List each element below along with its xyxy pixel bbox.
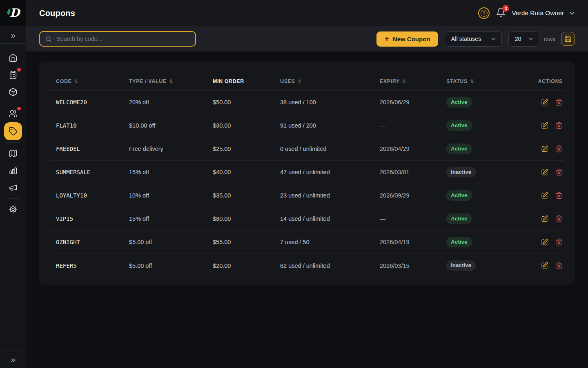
edit-coupon-button[interactable] xyxy=(541,99,548,106)
sort-icon: ⇅ xyxy=(169,79,174,84)
delete-coupon-button[interactable] xyxy=(555,122,563,129)
delete-coupon-button[interactable] xyxy=(555,262,563,269)
actions-cell xyxy=(535,99,564,106)
search-box xyxy=(39,31,196,47)
edit-coupon-button[interactable] xyxy=(541,238,548,246)
search-icon xyxy=(45,36,52,43)
sidebar-item-home[interactable] xyxy=(4,49,22,66)
delete-coupon-button[interactable] xyxy=(555,238,563,246)
uses-cell: 38 used / 100 xyxy=(280,99,380,105)
coupon-code-cell: REFER5 xyxy=(50,263,129,269)
table-row: FLAT10 $10.00 off $30.00 91 used / 200 —… xyxy=(50,114,564,137)
sidebar-item-menu[interactable] xyxy=(4,145,22,162)
settings-gear-icon xyxy=(9,205,18,214)
uses-cell: 62 used / unlimited xyxy=(280,263,380,269)
edit-coupon-button[interactable] xyxy=(541,145,548,153)
column-header-min_order: MIN ORDER xyxy=(213,79,280,84)
sidebar-expand-button-bottom[interactable]: » xyxy=(0,350,26,368)
trash-icon xyxy=(555,122,563,129)
column-header-type_value[interactable]: TYPE / VALUE⇅ xyxy=(129,79,213,84)
uses-cell: 91 used / 200 xyxy=(280,122,380,129)
actions-cell xyxy=(535,192,564,200)
status-filter-value: All statuses xyxy=(451,36,481,42)
actions-cell xyxy=(535,145,564,153)
sidebar-item-analytics[interactable] xyxy=(4,162,22,179)
table-row: VIP15 15% off $80.00 14 used / unlimited… xyxy=(50,207,564,231)
table-row: OZNIGHT $5.00 off $55.00 7 used / 50 202… xyxy=(50,231,564,254)
delete-coupon-button[interactable] xyxy=(555,145,563,153)
notifications-button[interactable]: 3 xyxy=(495,7,506,19)
edit-coupon-button[interactable] xyxy=(541,168,548,176)
coupon-code-cell: OZNIGHT xyxy=(50,239,129,245)
sidebar-item-orders[interactable] xyxy=(4,66,22,83)
notification-count-badge: 3 xyxy=(502,5,509,12)
column-header-expiry[interactable]: EXPIRY⇅ xyxy=(380,79,446,84)
save-view-button[interactable] xyxy=(561,32,575,46)
edit-pencil-icon xyxy=(541,215,548,223)
delete-coupon-button[interactable] xyxy=(555,192,563,199)
status-cell: Active xyxy=(446,213,535,224)
edit-coupon-button[interactable] xyxy=(541,122,548,130)
page-size-value: 20 xyxy=(514,36,521,42)
type-value-cell: 15% off xyxy=(129,215,213,222)
delete-coupon-button[interactable] xyxy=(555,215,563,222)
actions-cell xyxy=(535,215,564,223)
help-button[interactable]: ? xyxy=(478,7,490,19)
min-order-cell: $35.00 xyxy=(213,192,280,199)
sidebar-expand-button-top[interactable]: » xyxy=(0,26,26,44)
orders-clipboard-icon xyxy=(9,70,18,79)
edit-pencil-icon xyxy=(541,192,548,200)
status-filter-select[interactable]: All statuses xyxy=(445,31,502,47)
uses-cell: 47 used / unlimited xyxy=(280,169,380,175)
column-header-code[interactable]: CODE⇅ xyxy=(50,79,129,84)
page-size-select[interactable]: 20 xyxy=(508,31,539,47)
sidebar-item-marketing[interactable] xyxy=(4,179,22,196)
search-input[interactable] xyxy=(56,35,190,43)
min-order-cell: $80.00 xyxy=(213,215,280,222)
expiry-cell: — xyxy=(380,122,446,129)
question-mark-icon: ? xyxy=(481,10,488,17)
edit-pencil-icon xyxy=(541,99,548,106)
sidebar-item-settings[interactable] xyxy=(4,201,22,218)
expiry-cell: 2026/06/29 xyxy=(380,99,446,105)
type-value-cell: 20% off xyxy=(129,99,213,105)
delete-coupon-button[interactable] xyxy=(555,99,563,106)
sidebar-divider xyxy=(6,142,20,143)
delete-coupon-button[interactable] xyxy=(555,168,563,176)
edit-coupon-button[interactable] xyxy=(541,192,548,200)
edit-coupon-button[interactable] xyxy=(541,215,548,223)
table-row: FREEDEL Free delivery $25.00 0 used / un… xyxy=(50,137,564,161)
status-cell: Active xyxy=(446,144,535,154)
trash-icon xyxy=(555,238,563,246)
sidebar-item-coupons[interactable] xyxy=(4,122,22,140)
sidebar-divider xyxy=(6,198,20,199)
uses-cell: 14 used / unlimited xyxy=(280,215,380,222)
sidebar-divider xyxy=(6,103,20,103)
sort-icon: ⇅ xyxy=(402,79,407,84)
trash-icon xyxy=(555,99,563,106)
type-value-cell: $5.00 off xyxy=(129,263,213,269)
sidebar-item-products[interactable] xyxy=(4,83,22,101)
column-header-status[interactable]: STATUS⇅ xyxy=(446,79,535,84)
brand-logo[interactable]: D xyxy=(0,0,26,26)
coupon-code-cell: WELCOME20 xyxy=(50,99,129,105)
user-menu[interactable]: Verde Ruta Owner xyxy=(512,9,576,17)
edit-coupon-button[interactable] xyxy=(541,262,548,269)
actions-cell xyxy=(535,262,564,269)
new-coupon-button[interactable]: + New Coupon xyxy=(376,31,439,47)
edit-pencil-icon xyxy=(541,145,548,153)
table-header-row: CODE⇅TYPE / VALUE⇅MIN ORDERUSES⇅EXPIRY⇅S… xyxy=(50,72,564,91)
coupons-page: D Coupons ? 3 Verde Ruta Owner xyxy=(0,0,588,368)
column-header-uses[interactable]: USES⇅ xyxy=(280,79,380,84)
status-badge: Inactive xyxy=(446,167,476,177)
coupon-code-cell: SUMMERSALE xyxy=(50,169,129,175)
coupon-code-cell: FLAT10 xyxy=(50,122,129,129)
type-value-cell: $10.00 off xyxy=(129,122,213,129)
coupon-code-cell: VIP15 xyxy=(50,215,129,222)
type-value-cell: 10% off xyxy=(129,192,213,199)
min-order-cell: $30.00 xyxy=(213,122,280,129)
sidebar-item-customers[interactable] xyxy=(4,105,22,122)
actions-cell xyxy=(535,238,564,246)
sort-icon: ⇅ xyxy=(74,79,79,84)
marketing-megaphone-icon xyxy=(9,183,18,192)
